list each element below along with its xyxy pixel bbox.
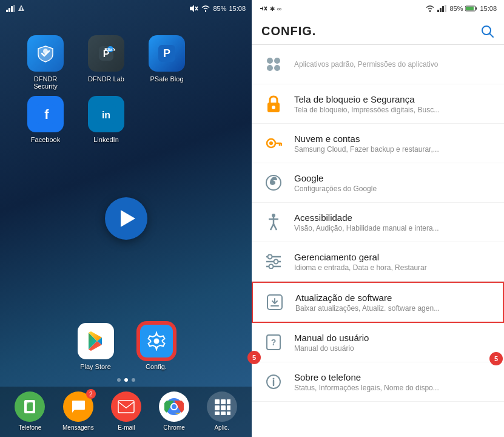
manual-icon: ? [266, 334, 281, 351]
battery-left: 85% [213, 5, 226, 12]
battery-right: 85% [449, 5, 463, 12]
svg-rect-1 [8, 8, 10, 12]
dock-row: Play Store Config. [0, 317, 252, 373]
svg-text:in: in [102, 110, 110, 120]
app-grid: DFNDRSecurity P PSafe DFNDR Lab P [0, 23, 252, 155]
nav-chrome[interactable]: Chrome [159, 391, 189, 431]
svg-text:f: f [44, 107, 49, 122]
apps-icon [207, 391, 237, 422]
svg-rect-33 [221, 412, 226, 415]
svg-point-67 [274, 260, 278, 264]
settings-item-about[interactable]: Sobre o telefone Status, Informações leg… [252, 362, 504, 402]
dfndr-lab-icon: P PSafe [88, 35, 124, 72]
svg-point-20 [153, 339, 159, 344]
accessibility-subtitle: Visão, Audição, Habilidade manual e inte… [294, 224, 494, 232]
svg-rect-32 [215, 412, 220, 415]
settings-item-manual[interactable]: ? Manual do usuário Manual do usuário [252, 323, 504, 362]
dot-3 [132, 378, 135, 382]
svg-point-58 [272, 181, 275, 185]
manual-title: Manual do usuário [294, 333, 494, 343]
lock-screen-title: Tela de bloqueio e Segurança [294, 94, 494, 104]
manual-icon-wrap: ? [261, 330, 286, 354]
general-icon-wrap [261, 249, 286, 274]
key-icon [265, 135, 282, 152]
settings-item-google[interactable]: Google Configurações do Google [252, 163, 504, 203]
dfndr-security-icon [27, 35, 64, 72]
app-icon-play-store[interactable]: Play Store [78, 323, 114, 370]
software-update-text: Atualização de software Baixar atualizaç… [295, 293, 493, 313]
svg-point-69 [269, 265, 274, 269]
cloud-text: Nuvem e contas Samsung Cloud, Fazer back… [294, 134, 494, 154]
manual-text: Manual do usuário Manual do usuário [294, 333, 494, 353]
play-store-icon [78, 323, 114, 359]
svg-rect-42 [466, 7, 474, 10]
default-apps-subtitle: Aplicativos padrão, Permissões do aplica… [294, 60, 494, 69]
svg-rect-37 [437, 10, 439, 12]
linkedin-label: LinkedIn [93, 136, 119, 143]
play-button[interactable] [105, 197, 147, 240]
signal-right [437, 5, 447, 12]
time-left: 15:08 [229, 5, 246, 12]
settings-item-cloud[interactable]: Nuvem e contas Samsung Cloud, Fazer back… [252, 124, 504, 163]
nav-phone[interactable]: Telefone [15, 391, 45, 431]
google-subtitle: Configurações do Google [294, 185, 494, 193]
nav-apps[interactable]: Aplic. [207, 391, 237, 431]
cloud-title: Nuvem e contas [294, 134, 494, 144]
settings-item-general[interactable]: Gerenciamento geral Idioma e entrada, Da… [252, 242, 504, 282]
dfndr-security-label: DFNDRSecurity [33, 75, 58, 90]
app-icon-linkedin[interactable]: in LinkedIn [79, 96, 133, 143]
psafe-blog-icon: P [149, 35, 185, 72]
settings-title: CONFIG. [261, 24, 316, 38]
bottom-nav: Telefone 2 Mensagens [0, 387, 252, 437]
accessibility-title: Acessibilidade [294, 212, 494, 223]
nav-email[interactable]: E-mail [111, 391, 141, 431]
accessibility-icon-wrap [261, 210, 286, 234]
corner-badge-left: 5 [247, 351, 261, 364]
email-label: E-mail [118, 424, 135, 431]
default-apps-text: Aplicativos padrão, Permissões do aplica… [294, 60, 494, 69]
app-icon-dfndr-lab[interactable]: P PSafe DFNDR Lab [79, 35, 133, 90]
warning-icon [18, 5, 24, 12]
lock-icon [266, 95, 281, 113]
svg-point-25 [172, 404, 176, 409]
dfndr-lab-label: DFNDR Lab [88, 75, 124, 83]
svg-rect-21 [118, 401, 134, 413]
svg-rect-39 [442, 6, 444, 12]
software-update-subtitle: Baixar atualizações, Atualiz. software a… [295, 304, 493, 313]
about-title: Sobre o telefone [294, 372, 494, 382]
svg-rect-34 [227, 412, 230, 415]
settings-screen: ✱ ∞ 85% 15:08 CONFIG. [252, 0, 504, 437]
app-icon-facebook[interactable]: f Facebook [18, 96, 73, 143]
app-icon-psafe-blog[interactable]: P PSafe Blog [139, 35, 194, 90]
email-icon [111, 391, 141, 422]
status-right-right-icons: 85% 15:08 [425, 5, 497, 12]
svg-rect-28 [227, 399, 230, 404]
lock-screen-subtitle: Tela de bloqueio, Impressões digitais, B… [294, 106, 494, 114]
google-icon [265, 174, 282, 191]
app-icon-config[interactable]: Config. [138, 323, 175, 370]
settings-item-software-update[interactable]: Atualização de software Baixar atualizaç… [252, 282, 504, 323]
chrome-nav-icon [159, 391, 189, 422]
facebook-icon: f [27, 96, 64, 132]
svg-rect-4 [21, 7, 22, 10]
settings-item-accessibility[interactable]: Acessibilidade Visão, Audição, Habilidad… [252, 203, 504, 242]
app-icon-dfndr-security[interactable]: DFNDRSecurity [18, 35, 73, 90]
accessibility-text: Acessibilidade Visão, Audição, Habilidad… [294, 212, 494, 232]
wifi-icon-left [201, 5, 210, 12]
settings-item-default-apps[interactable]: Aplicativos padrão, Permissões do aplica… [252, 45, 504, 84]
android-home-screen: 85% 15:08 DFNDRSecurity P [0, 0, 252, 437]
svg-rect-27 [221, 399, 226, 404]
search-button[interactable] [481, 25, 494, 38]
linkedin-icon: in [88, 96, 124, 132]
default-apps-icon [265, 56, 282, 73]
info-icon [266, 374, 281, 390]
svg-point-59 [272, 214, 275, 217]
psafe-blog-label: PSafe Blog [150, 75, 183, 83]
about-text: Sobre o telefone Status, Informações leg… [294, 372, 494, 392]
svg-point-65 [268, 255, 272, 259]
svg-text:PSafe: PSafe [104, 47, 115, 52]
settings-item-lock-screen[interactable]: Tela de bloqueio e Segurança Tela de blo… [252, 84, 504, 124]
nav-messages[interactable]: 2 Mensagens [62, 391, 94, 431]
svg-rect-30 [221, 405, 226, 410]
about-subtitle: Status, Informações legais, Nome do disp… [294, 384, 494, 392]
